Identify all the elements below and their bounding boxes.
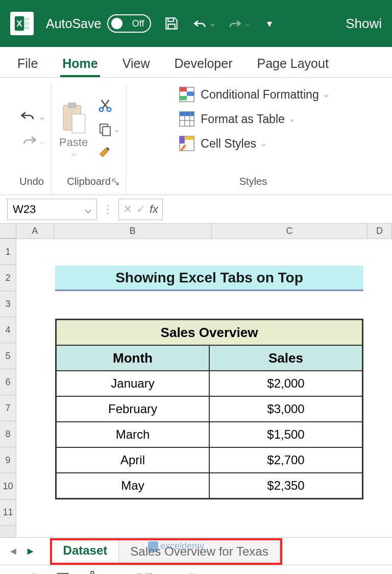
autosave-label: AutoSave [46, 16, 101, 31]
tab-developer[interactable]: Developer [173, 50, 235, 77]
cell-styles-label: Cell Styles [201, 137, 256, 151]
tab-home[interactable]: Home [60, 50, 100, 77]
col-header-c[interactable]: C [212, 224, 368, 238]
prev-sheet-icon[interactable]: ◄ [8, 545, 18, 557]
name-box[interactable]: W23 ⌵ [7, 199, 97, 220]
svg-rect-14 [187, 91, 194, 96]
chevron-down-icon[interactable]: ⌵ [210, 19, 214, 28]
chevron-down-icon[interactable]: ⌵ [261, 139, 265, 148]
grid-area: 1 2 3 4 5 6 7 8 9 10 11 Showing Excel Ta… [0, 239, 392, 537]
redo-qat[interactable]: ⌵ [227, 15, 249, 32]
cell-month[interactable]: April [56, 447, 209, 473]
accessibility-icon [85, 570, 100, 575]
undo-button[interactable]: ⌵ [19, 109, 44, 125]
cut-button[interactable] [97, 98, 119, 113]
format-as-table-button[interactable]: Format as Table ⌵ [178, 110, 293, 128]
column-headers: A B C D [0, 224, 392, 239]
sheet-nav-arrows[interactable]: ◄ ► [8, 545, 36, 557]
status-ready: Ready [9, 571, 40, 575]
macro-recording-icon[interactable] [56, 570, 70, 575]
chevron-down-icon[interactable]: ⌵ [40, 113, 44, 121]
svg-rect-7 [72, 114, 85, 133]
row-header[interactable]: 6 [0, 369, 16, 395]
conditional-formatting-button[interactable]: Conditional Formatting ⌵ [178, 86, 328, 103]
undo-qat[interactable]: ⌵ [192, 15, 214, 32]
row-header[interactable]: 1 [0, 239, 16, 265]
cell-month[interactable]: March [56, 422, 209, 447]
dialog-launcher-icon[interactable] [112, 178, 119, 185]
chevron-down-icon[interactable]: ⌵ [324, 90, 328, 99]
table-row[interactable]: February$3,000 [56, 396, 362, 422]
select-all-corner[interactable] [0, 224, 16, 238]
ribbon-tabs: File Home View Developer Page Layout [0, 47, 392, 78]
redo-button[interactable]: ⌵ [19, 134, 44, 149]
chevron-down-icon[interactable]: ⌵ [245, 19, 249, 28]
copy-button[interactable]: ⌵ [97, 122, 119, 137]
row-header[interactable]: 5 [0, 343, 16, 369]
row-header[interactable]: 7 [0, 395, 16, 421]
tab-page-layout[interactable]: Page Layout [255, 50, 330, 77]
autosave-switch[interactable]: Off [107, 14, 151, 33]
table-row[interactable]: April$2,700 [56, 447, 362, 473]
row-header[interactable]: 9 [0, 447, 16, 473]
chevron-down-icon[interactable]: ⌵ [115, 126, 119, 133]
row-header[interactable]: 4 [0, 317, 16, 343]
formula-bar: W23 ⌵ ⋮ ✕ ✓ fx [0, 195, 392, 224]
enter-icon[interactable]: ✓ [136, 203, 145, 216]
drag-handle-icon[interactable]: ⋮ [102, 203, 113, 216]
row-header[interactable]: 3 [0, 291, 16, 317]
table-row[interactable]: January$2,000 [56, 371, 362, 396]
table-col-month[interactable]: Month [56, 345, 209, 371]
undo-icon[interactable] [192, 15, 208, 32]
col-header-d[interactable]: D [368, 224, 392, 238]
chevron-down-icon[interactable]: ⌵ [40, 137, 44, 146]
cell-styles-button[interactable]: Cell Styles ⌵ [178, 135, 265, 152]
table-header[interactable]: Sales Overview [56, 320, 362, 345]
row-header[interactable]: 8 [0, 421, 16, 447]
table-row[interactable]: March$1,500 [56, 422, 362, 447]
cancel-icon[interactable]: ✕ [123, 203, 132, 216]
sheet-tab-dataset[interactable]: Dataset [52, 540, 119, 563]
table-col-sales[interactable]: Sales [209, 345, 362, 371]
table-row[interactable]: May$2,350 [56, 473, 362, 498]
paste-button[interactable]: Paste ⌵ [59, 101, 88, 157]
redo-icon[interactable] [227, 15, 243, 32]
cell-month[interactable]: February [56, 396, 209, 422]
cell-sales[interactable]: $2,000 [209, 371, 362, 396]
next-sheet-icon[interactable]: ► [26, 545, 36, 557]
row-headers: 1 2 3 4 5 6 7 8 9 10 11 [0, 239, 16, 537]
row-header[interactable]: 11 [0, 499, 16, 525]
cell-month[interactable]: January [56, 371, 209, 396]
autosave-toggle[interactable]: AutoSave Off [46, 14, 151, 33]
accessibility-status[interactable]: Accessibility: Good to go [85, 570, 220, 575]
copy-icon [97, 122, 113, 137]
customize-qat-icon[interactable]: ▾ [261, 15, 278, 32]
format-painter-button[interactable] [97, 145, 119, 160]
cell-sales[interactable]: $3,000 [209, 396, 362, 422]
document-title: Showi [346, 16, 382, 32]
svg-rect-13 [180, 87, 187, 92]
chevron-down-icon[interactable]: ⌵ [85, 203, 91, 216]
tab-view[interactable]: View [120, 50, 152, 77]
cell-sales[interactable]: $2,350 [209, 473, 362, 498]
save-icon[interactable] [163, 15, 180, 32]
chevron-down-icon[interactable]: ⌵ [71, 149, 76, 157]
fx-icon[interactable]: fx [150, 203, 158, 216]
tab-file[interactable]: File [15, 50, 40, 77]
chevron-down-icon[interactable]: ⌵ [290, 115, 294, 123]
cell-month[interactable]: May [56, 473, 209, 498]
formula-input[interactable] [168, 199, 385, 220]
sheet-title-cell[interactable]: Showing Excel Tabs on Top [55, 266, 363, 291]
col-header-b[interactable]: B [54, 224, 212, 238]
cell-sales[interactable]: $1,500 [209, 422, 362, 447]
conditional-formatting-icon [178, 86, 195, 103]
col-header-a[interactable]: A [16, 224, 54, 238]
svg-rect-3 [24, 22, 29, 25]
svg-rect-4 [24, 27, 29, 30]
row-header[interactable]: 10 [0, 473, 16, 499]
row-header[interactable]: 2 [0, 265, 16, 291]
cell-sales[interactable]: $2,700 [209, 447, 362, 473]
watermark-icon [148, 541, 158, 552]
excel-app-icon[interactable]: X [10, 12, 34, 35]
cells-area[interactable]: Showing Excel Tabs on Top Sales Overview… [16, 239, 392, 537]
